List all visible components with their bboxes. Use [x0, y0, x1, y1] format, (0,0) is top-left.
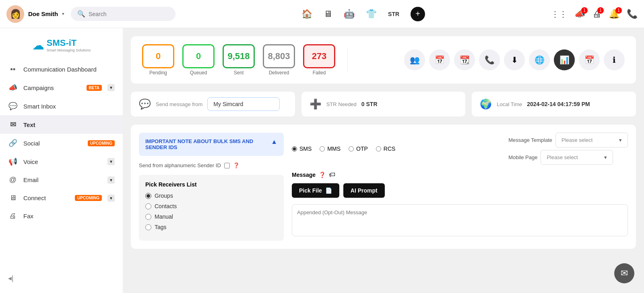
stat-label-pending: Pending [149, 70, 167, 76]
stats-icon-calendar-user[interactable]: 📆 [454, 49, 475, 70]
str-button[interactable]: STR [388, 11, 399, 17]
receiver-tags[interactable]: Tags [145, 224, 277, 230]
opt-out-textarea[interactable] [292, 204, 628, 236]
stats-icon-globe[interactable]: 🌐 [529, 49, 550, 70]
grid-icon[interactable]: ⋮⋮ [551, 9, 567, 19]
info-bar-time: 🌍 Local Time 2024-02-14 04:17:59 PM [472, 92, 636, 117]
plus-button[interactable]: + [411, 7, 425, 21]
pick-file-button[interactable]: Pick File 📄 [292, 183, 339, 198]
phone-icon[interactable]: 📞 [627, 9, 638, 19]
chevron-down-icon: ▾ [62, 11, 64, 16]
sidebar-item-email[interactable]: @ Email ▾ [0, 171, 123, 189]
stats-icon-calendar[interactable]: 📅 [579, 49, 600, 70]
stat-box-queued: 0 [182, 44, 215, 68]
sidebar-item-connect[interactable]: 🖥 Connect UPCOMING ▾ [0, 189, 123, 207]
beta-badge: BETA [87, 85, 102, 91]
mobile-page-select[interactable]: Please select ▾ [541, 150, 613, 165]
type-sms-label: SMS [299, 145, 312, 152]
stats-icon-group[interactable]: 👥 [404, 49, 425, 70]
clock-icon: 🌍 [480, 98, 492, 110]
message-label: Message [292, 172, 316, 178]
local-time-value: 2024-02-14 04:17:59 PM [527, 101, 590, 107]
monitor-icon[interactable]: 🖥 [324, 9, 332, 19]
megaphone-icon[interactable]: 📣1 [574, 9, 585, 19]
text-icon: ✉ [8, 120, 18, 129]
sidebar-collapse-icon[interactable]: ◂| [0, 270, 123, 287]
send-from-input[interactable] [207, 97, 280, 111]
stat-label-delivered: Delivered [269, 70, 289, 76]
topbar-left: 👩 Doe Smith ▾ [6, 5, 64, 23]
email-dropdown-icon[interactable]: ▾ [107, 176, 115, 184]
voice-icon: 📢 [8, 157, 18, 166]
content-area: 0 Pending 0 Queued 9,518 Sent 8,803 [123, 28, 644, 293]
type-rcs[interactable]: RCS [376, 145, 396, 152]
sidebar-item-campaigns[interactable]: 📣 Campaigns BETA ▾ [0, 78, 123, 97]
sidebar-item-smart-inbox[interactable]: 💬 Smart Inbox [0, 97, 123, 115]
logo-cloud-icon: ☁ [32, 38, 44, 52]
connect-dropdown-icon[interactable]: ▾ [107, 195, 115, 202]
campaigns-dropdown-icon[interactable]: ▾ [107, 84, 115, 91]
stats-icon-info[interactable]: ℹ [604, 49, 625, 70]
sidebar-item-fax[interactable]: 🖨 Fax [0, 207, 123, 225]
stats-divider [347, 48, 348, 72]
receiver-groups[interactable]: Groups [145, 193, 277, 199]
sidebar-item-voice[interactable]: 📢 Voice ▾ [0, 152, 123, 171]
home-icon[interactable]: 🏠 [301, 9, 312, 19]
str-needed-label: STR Needed [326, 101, 357, 107]
sidebar-label: Connect [23, 195, 69, 201]
connect-icon: 🖥 [8, 194, 18, 202]
receiver-manual[interactable]: Manual [145, 213, 277, 220]
receivers-title: Pick Receivers List [145, 181, 277, 188]
fax-icon: 🖨 [8, 212, 18, 220]
type-mms[interactable]: MMS [320, 145, 341, 152]
logo-text: SMS-iT [47, 38, 91, 48]
stats-icon-calendar-group[interactable]: 📅 [429, 49, 450, 70]
email-icon: @ [8, 176, 18, 184]
sidebar-label: Text [23, 121, 115, 128]
upcoming-badge-connect: UPCOMING [75, 195, 102, 201]
robot-icon[interactable]: 🤖 [344, 9, 355, 19]
note-text: IMPORTANT NOTE ABOUT BULK SMS AND SENDER… [145, 138, 267, 150]
tag-icon[interactable]: 🏷 [329, 171, 335, 178]
send-from-label: Send message from [156, 101, 202, 107]
plus-str-icon: ➕ [310, 98, 322, 110]
sidebar-label: Social [23, 140, 82, 147]
bell-icon[interactable]: 🔔1 [609, 9, 619, 19]
stat-pending: 0 Pending [142, 44, 174, 76]
social-icon: 🔗 [8, 139, 18, 148]
sidebar-item-text[interactable]: ✉ Text [0, 115, 123, 134]
stat-box-delivered: 8,803 [263, 44, 295, 68]
topbar-center: 🏠 🖥 🤖 👕 STR + [182, 7, 545, 21]
voice-dropdown-icon[interactable]: ▾ [107, 158, 115, 165]
main-layout: ☁ SMS-iT Smart Messaging Solutions ▪▪ Co… [0, 28, 644, 293]
search-input[interactable] [89, 11, 169, 17]
message-help-icon[interactable]: ❓ [319, 172, 326, 178]
stats-icon-phone[interactable]: 📞 [479, 49, 500, 70]
search-bar[interactable]: 🔍 [71, 7, 175, 21]
logo-sub: Smart Messaging Solutions [47, 48, 91, 52]
sender-id-checkbox[interactable] [224, 163, 230, 168]
stat-value-delivered: 8,803 [268, 51, 290, 61]
note-collapse-icon[interactable]: ▲ [271, 138, 277, 145]
receiver-contacts[interactable]: Contacts [145, 203, 277, 209]
type-sms[interactable]: SMS [292, 145, 312, 152]
stats-icon-download[interactable]: ⬇ [504, 49, 525, 70]
type-otp[interactable]: OTP [349, 145, 368, 152]
sender-id-help-icon[interactable]: ❓ [233, 162, 239, 168]
shirt-icon[interactable]: 👕 [366, 9, 377, 19]
message-template-select[interactable]: Please select ▾ [555, 133, 628, 148]
sender-id-row: Send from alphanumeric Sender ID ❓ [139, 162, 284, 168]
sidebar-label: Email [23, 176, 102, 183]
topbar-right: ⋮⋮ 📣1 🖨1 🔔1 📞 [551, 9, 638, 19]
sidebar-label: Communication Dashboard [23, 66, 115, 73]
ai-prompt-button[interactable]: AI Prompt [343, 183, 385, 198]
stat-failed: 273 Failed [303, 44, 335, 76]
printer-icon[interactable]: 🖨1 [592, 9, 601, 19]
stats-icon-chart[interactable]: 📊 [554, 49, 575, 70]
sidebar-item-social[interactable]: 🔗 Social UPCOMING [0, 134, 123, 152]
stat-label-queued: Queued [190, 70, 207, 76]
float-chat-button[interactable]: ✉ [614, 263, 634, 283]
stat-sent: 9,518 Sent [223, 44, 255, 76]
user-name: Doe Smith [28, 10, 58, 17]
sidebar-item-communication-dashboard[interactable]: ▪▪ Communication Dashboard [0, 60, 123, 78]
